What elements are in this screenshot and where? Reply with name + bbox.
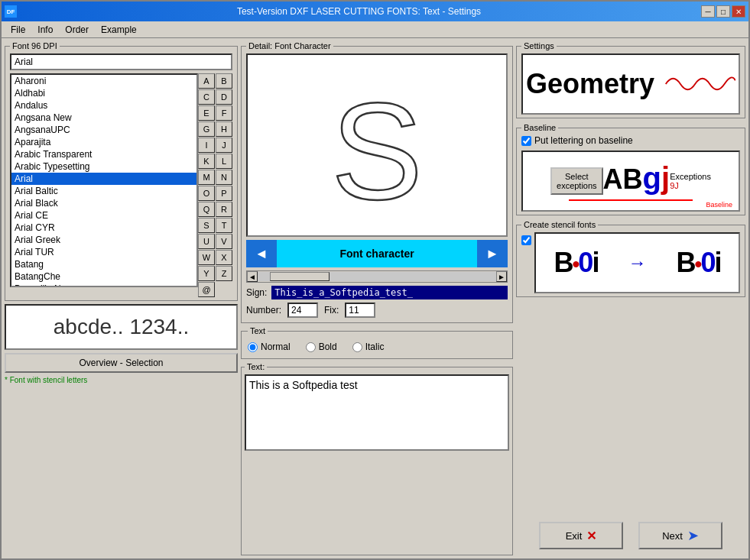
font-item-arial-black[interactable]: Arial Black xyxy=(11,197,196,209)
letter-row-3: E F xyxy=(198,105,232,121)
scroll-track[interactable]: ◄ ► xyxy=(246,270,508,283)
radio-row: Normal Bold Italic xyxy=(248,338,506,355)
baseline-letters: A B g j xyxy=(603,161,670,202)
select-exceptions-button[interactable]: Selectexceptions xyxy=(550,167,603,195)
letter-S[interactable]: S xyxy=(198,218,215,233)
letter-J[interactable]: J xyxy=(216,138,232,153)
font-item-arabic-typesetting[interactable]: Arabic Typesetting xyxy=(11,160,196,173)
letter-I[interactable]: I xyxy=(198,138,215,153)
exit-button[interactable]: Exit ✕ xyxy=(539,522,623,549)
font-preview: abcde.. 1234.. xyxy=(5,304,238,350)
letter-Z[interactable]: Z xyxy=(216,266,232,281)
font-list[interactable]: Aharoni Aldhabi Andalus Angsana New Angs… xyxy=(10,73,198,287)
letter-L[interactable]: L xyxy=(216,154,232,169)
letter-Q[interactable]: Q xyxy=(198,202,215,217)
geometry-box: Geometry xyxy=(521,53,740,115)
stencil-left-text: B•0i xyxy=(554,247,599,279)
scroll-right-arrow[interactable]: ► xyxy=(496,271,507,282)
letter-O[interactable]: O xyxy=(198,186,215,201)
radio-bold[interactable] xyxy=(306,342,316,352)
next-button[interactable]: Next ➤ xyxy=(638,522,722,549)
font-item-aparajita[interactable]: Aparajita xyxy=(11,136,196,148)
font-item-batangche[interactable]: BatangChe xyxy=(11,270,196,283)
menu-order[interactable]: Order xyxy=(59,23,95,37)
number-label: Number: xyxy=(246,305,281,316)
letter-F[interactable]: F xyxy=(216,105,232,121)
nav-right-button[interactable]: ► xyxy=(477,240,508,267)
sign-input[interactable] xyxy=(271,286,508,299)
radio-italic[interactable] xyxy=(352,342,362,352)
stencil-checkbox[interactable] xyxy=(521,235,531,245)
font-item-arial-tur[interactable]: Arial TUR xyxy=(11,246,196,258)
letter-P[interactable]: P xyxy=(216,186,232,201)
letter-M[interactable]: M xyxy=(198,170,215,185)
font-item-arial-ce[interactable]: Arial CE xyxy=(11,209,196,222)
overview-selection-button[interactable]: Overview - Selection xyxy=(5,353,238,373)
radio-bold-label[interactable]: Bold xyxy=(306,342,337,352)
letter-D[interactable]: D xyxy=(216,89,232,105)
baseline-checkbox[interactable] xyxy=(521,136,531,146)
font-search-input[interactable] xyxy=(10,53,232,70)
font-item-arabic-transparent[interactable]: Arabic Transparent xyxy=(11,148,196,160)
maximize-button[interactable]: □ xyxy=(716,5,730,18)
letter-E[interactable]: E xyxy=(198,105,215,121)
letter-C[interactable]: C xyxy=(198,89,215,105)
font-item-angsana-new[interactable]: Angsana New xyxy=(11,112,196,124)
baseline-letter-g: g xyxy=(643,161,661,196)
letter-A[interactable]: A xyxy=(198,73,215,89)
letter-T[interactable]: T xyxy=(216,218,232,233)
letter-Y[interactable]: Y xyxy=(198,266,215,281)
font-item-arial[interactable]: Arial xyxy=(11,173,196,185)
app-icon: DF xyxy=(5,5,17,18)
font-item-aldhabi[interactable]: Aldhabi xyxy=(11,87,196,99)
font-item-andalus[interactable]: Andalus xyxy=(11,99,196,112)
letter-row-8: O P xyxy=(198,186,232,201)
menu-info[interactable]: Info xyxy=(31,23,59,37)
letter-row-6: K L xyxy=(198,154,232,169)
letter-row-11: U V xyxy=(198,234,232,249)
font-item-arial-greek[interactable]: Arial Greek xyxy=(11,234,196,246)
scroll-left-arrow[interactable]: ◄ xyxy=(247,271,258,282)
letter-G[interactable]: G xyxy=(198,121,215,137)
text-group: Text Normal Bold Italic xyxy=(241,326,513,359)
menu-example[interactable]: Example xyxy=(95,23,143,37)
font-item-batang[interactable]: Batang xyxy=(11,258,196,270)
font-item-angsanaupc[interactable]: AngsanaUPC xyxy=(11,124,196,136)
scroll-thumb[interactable] xyxy=(270,272,330,281)
number-input[interactable] xyxy=(287,303,318,318)
close-button[interactable]: ✕ xyxy=(732,5,745,18)
radio-normal[interactable] xyxy=(248,342,258,352)
letter-R[interactable]: R xyxy=(216,202,232,217)
letter-W[interactable]: W xyxy=(198,250,215,265)
letter-row-12: W X xyxy=(198,250,232,265)
letter-B[interactable]: B xyxy=(216,73,232,89)
font-item-arial-baltic[interactable]: Arial Baltic xyxy=(11,185,196,197)
radio-bold-text: Bold xyxy=(319,342,337,352)
font-item-arial-cyr[interactable]: Arial CYR xyxy=(11,222,196,234)
window-title: Test-Version DXF LASER CUTTING FONTS: Te… xyxy=(17,6,701,17)
nav-left-button[interactable]: ◄ xyxy=(246,240,277,267)
baseline-line xyxy=(569,199,693,201)
text-area[interactable]: This is a Softpedia test xyxy=(245,374,509,451)
letter-row-5: I J xyxy=(198,138,232,153)
radio-normal-label[interactable]: Normal xyxy=(248,342,291,352)
radio-italic-label[interactable]: Italic xyxy=(352,342,385,352)
letter-H[interactable]: H xyxy=(216,121,232,137)
letter-X[interactable]: X xyxy=(216,250,232,265)
letter-at[interactable]: @ xyxy=(198,282,215,297)
letter-K[interactable]: K xyxy=(198,154,215,169)
letter-V[interactable]: V xyxy=(216,234,232,249)
fix-input[interactable] xyxy=(345,303,375,318)
font-item-browallia-new[interactable]: Browallia New xyxy=(11,283,196,287)
stencil-O-left: 0 xyxy=(578,247,592,278)
stencil-O-right: 0 xyxy=(700,247,714,278)
letter-row-1: A B xyxy=(198,73,232,89)
font-item-aharoni[interactable]: Aharoni xyxy=(11,75,196,87)
radio-normal-text: Normal xyxy=(261,342,291,352)
baseline-letter-A: A xyxy=(603,163,623,196)
text-group-title: Text xyxy=(248,326,268,335)
letter-U[interactable]: U xyxy=(198,234,215,249)
letter-N[interactable]: N xyxy=(216,170,232,185)
menu-file[interactable]: File xyxy=(5,23,31,37)
minimize-button[interactable]: ─ xyxy=(701,5,715,18)
